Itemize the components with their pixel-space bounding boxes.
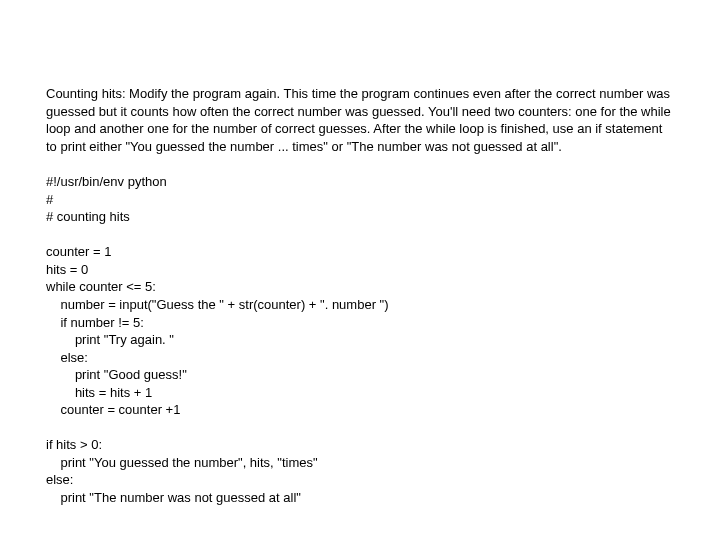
document-page: Counting hits: Modify the program again.… <box>0 0 720 507</box>
code-listing: #!/usr/bin/env python # # counting hits … <box>46 173 674 506</box>
exercise-description: Counting hits: Modify the program again.… <box>46 85 674 155</box>
